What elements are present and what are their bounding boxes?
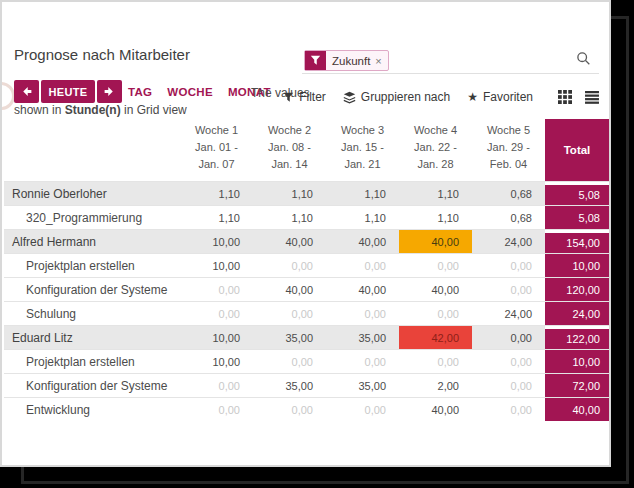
app-window: Prognose nach Mitarbeiter Zukunft × HEUT… xyxy=(0,0,611,467)
grid-row-sub: Entwicklung0,000,000,0040,000,0040,00 xyxy=(4,397,609,421)
grid-row-group: Eduard Litz10,0035,0035,0042,000,00122,0… xyxy=(4,325,609,349)
row-total: 5,08 xyxy=(545,206,609,229)
search-icon[interactable] xyxy=(576,51,591,66)
grid-cell[interactable]: 40,00 xyxy=(326,278,399,301)
grid-cell[interactable]: 0,00 xyxy=(180,374,253,397)
row-total: 122,00 xyxy=(545,326,609,349)
grid-cell[interactable]: 0,00 xyxy=(326,350,399,373)
grid-row-sub: Schulung0,000,000,000,0024,0024,00 xyxy=(4,301,609,325)
filter-button[interactable]: Filter xyxy=(283,90,326,104)
row-label: Projektplan erstellen xyxy=(4,254,180,277)
grid-header-row: Woche 1Jan. 01 -Jan. 07Woche 2Jan. 08 -J… xyxy=(4,119,609,181)
grid-cell[interactable]: 0,00 xyxy=(472,254,545,277)
grid-cell: 35,00 xyxy=(253,326,326,349)
view-switcher xyxy=(558,90,599,104)
grid-view-icon[interactable] xyxy=(558,90,572,104)
header-line: Woche 1 xyxy=(180,122,253,139)
grid-cell[interactable]: 0,00 xyxy=(472,278,545,301)
grid-cell[interactable]: 35,00 xyxy=(326,374,399,397)
filter-label: Filter xyxy=(299,90,326,104)
grid-cell[interactable]: 0,00 xyxy=(253,398,326,421)
grid-cell[interactable]: 35,00 xyxy=(253,374,326,397)
grid-cell[interactable]: 0,00 xyxy=(326,302,399,325)
row-label: Entwicklung xyxy=(4,398,180,421)
grid-cell: 42,00 xyxy=(399,326,472,349)
grid-cell[interactable]: 0,00 xyxy=(326,398,399,421)
search-bar[interactable]: Zukunft × xyxy=(302,48,599,74)
grid-cell[interactable]: 0,00 xyxy=(253,350,326,373)
grid-row-sub: 320_Programmierung1,101,101,101,100,685,… xyxy=(4,205,609,229)
grid-cell[interactable]: 40,00 xyxy=(399,398,472,421)
grid-header-week-5: Woche 5Jan. 29 -Feb. 04 xyxy=(472,119,545,181)
note2-unit: Stunde(n) xyxy=(65,103,121,117)
row-label: 320_Programmierung xyxy=(4,206,180,229)
grid-cell: 40,00 xyxy=(399,230,472,253)
grid-table: Woche 1Jan. 01 -Jan. 07Woche 2Jan. 08 -J… xyxy=(4,119,609,421)
grid-cell[interactable]: 0,68 xyxy=(472,206,545,229)
row-total: 40,00 xyxy=(545,398,609,421)
grid-cell[interactable]: 40,00 xyxy=(253,278,326,301)
grid-cell[interactable]: 0,00 xyxy=(253,302,326,325)
grid-cell: 10,00 xyxy=(180,230,253,253)
header-line: Woche 3 xyxy=(326,122,399,139)
row-label: Konfiguration der Systeme xyxy=(4,278,180,301)
row-label[interactable]: Alfred Hermann xyxy=(4,230,180,253)
search-facet-zukunft[interactable]: Zukunft × xyxy=(304,50,389,71)
grid-cell[interactable]: 0,00 xyxy=(180,278,253,301)
grid-header-week-3: Woche 3Jan. 15 -Jan. 21 xyxy=(326,119,399,181)
grid-cell: 1,10 xyxy=(326,182,399,205)
grid-header-total: Total xyxy=(545,119,609,181)
grid-cell[interactable]: 1,10 xyxy=(180,206,253,229)
header-line: Jan. 21 xyxy=(326,156,399,173)
next-period-button[interactable] xyxy=(97,80,122,103)
grid-cell[interactable]: 1,10 xyxy=(326,206,399,229)
row-label[interactable]: Ronnie Oberloher xyxy=(4,182,180,205)
facet-remove-icon[interactable]: × xyxy=(374,51,387,70)
values-note-line2: shown in Stunde(n) in Grid view xyxy=(14,103,187,117)
header-line: Jan. 15 - xyxy=(326,139,399,156)
grid-cell[interactable]: 0,00 xyxy=(180,302,253,325)
row-label[interactable]: Eduard Litz xyxy=(4,326,180,349)
prev-period-button[interactable] xyxy=(14,80,39,103)
note2-suffix: in Grid view xyxy=(121,103,187,117)
grid-cell[interactable]: 0,00 xyxy=(399,350,472,373)
row-total: 120,00 xyxy=(545,278,609,301)
grid-cell[interactable]: 0,00 xyxy=(472,374,545,397)
grid-cell[interactable]: 0,00 xyxy=(472,398,545,421)
grid-cell[interactable]: 0,00 xyxy=(253,254,326,277)
grid-cell[interactable]: 2,00 xyxy=(399,374,472,397)
funnel-icon xyxy=(283,92,294,103)
grid-cell[interactable]: 0,00 xyxy=(326,254,399,277)
grid-cell[interactable]: 1,10 xyxy=(253,206,326,229)
groupby-label: Gruppieren nach xyxy=(361,90,450,104)
grid-cell[interactable]: 10,00 xyxy=(180,350,253,373)
header-line: Jan. 29 - xyxy=(472,139,545,156)
grid-header-week-1: Woche 1Jan. 01 -Jan. 07 xyxy=(180,119,253,181)
grid-cell[interactable]: 0,00 xyxy=(472,350,545,373)
groupby-button[interactable]: Gruppieren nach xyxy=(343,90,450,104)
grid-cell[interactable]: 10,00 xyxy=(180,254,253,277)
range-tag[interactable]: TAG xyxy=(128,86,152,98)
grid-cell: 10,00 xyxy=(180,326,253,349)
grid-cell[interactable]: 24,00 xyxy=(472,302,545,325)
facet-label: Zukunft xyxy=(326,51,374,70)
grid-row-sub: Projektplan erstellen10,000,000,000,000,… xyxy=(4,349,609,373)
grid-cell[interactable]: 0,00 xyxy=(399,254,472,277)
page-title: Prognose nach Mitarbeiter xyxy=(14,46,190,63)
grid-cell[interactable]: 0,00 xyxy=(399,302,472,325)
header-line: Jan. 01 - xyxy=(180,139,253,156)
grid-cell[interactable]: 40,00 xyxy=(399,278,472,301)
grid-cell[interactable]: 0,00 xyxy=(180,398,253,421)
today-button[interactable]: HEUTE xyxy=(41,80,95,103)
grid-cell[interactable]: 1,10 xyxy=(399,206,472,229)
favorites-button[interactable]: ★ Favoriten xyxy=(467,90,533,104)
favorites-label: Favoriten xyxy=(483,90,533,104)
row-total: 5,08 xyxy=(545,182,609,205)
grid-row-sub: Konfiguration der Systeme0,0035,0035,002… xyxy=(4,373,609,397)
grid-cell: 1,10 xyxy=(253,182,326,205)
header-line: Feb. 04 xyxy=(472,156,545,173)
grid-row-sub: Projektplan erstellen10,000,000,000,000,… xyxy=(4,253,609,277)
range-woche[interactable]: WOCHE xyxy=(167,86,213,98)
list-view-icon[interactable] xyxy=(585,90,599,104)
row-total: 24,00 xyxy=(545,302,609,325)
